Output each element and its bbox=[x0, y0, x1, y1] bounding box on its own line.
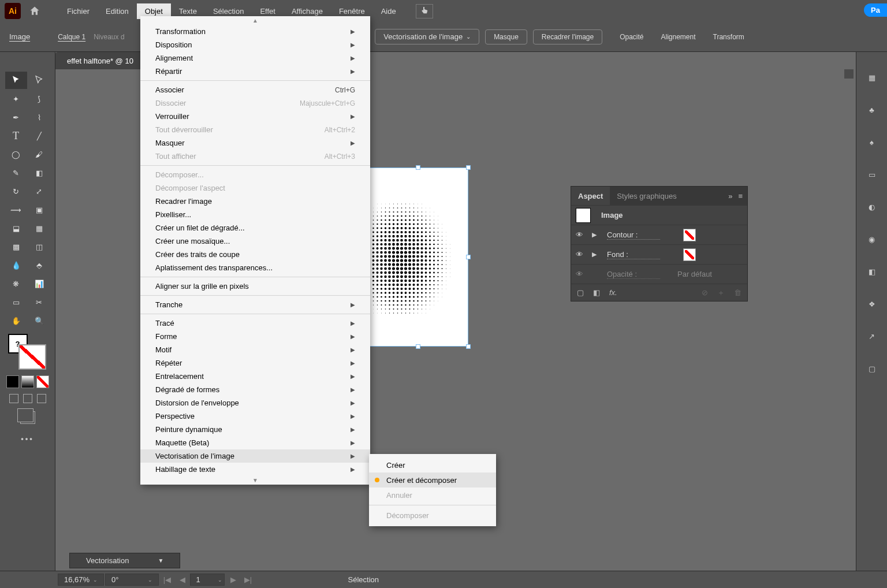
menu-item[interactable]: Entrelacement▶ bbox=[140, 370, 370, 383]
menu-item[interactable]: Tranche▶ bbox=[140, 298, 370, 311]
menu-item[interactable]: Verrouiller▶ bbox=[140, 110, 370, 123]
menu-item[interactable]: Perspective▶ bbox=[140, 410, 370, 423]
zoom-tool[interactable]: 🔍 bbox=[28, 312, 50, 329]
ellipse-tool[interactable]: ◯ bbox=[5, 146, 27, 163]
align-label[interactable]: Alignement bbox=[661, 33, 696, 41]
free-transform-tool[interactable]: ▣ bbox=[28, 201, 50, 218]
scroll-down-icon[interactable]: ▼ bbox=[140, 476, 370, 485]
menu-item[interactable]: Dégradé de formes▶ bbox=[140, 383, 370, 396]
graphic-styles-icon[interactable]: ◧ bbox=[865, 265, 879, 278]
nav-first-icon[interactable]: |◀ bbox=[161, 575, 174, 584]
menu-item[interactable]: Distorsion de l'enveloppe▶ bbox=[140, 396, 370, 410]
fill-stroke-swatch[interactable]: ? bbox=[6, 334, 50, 373]
vectorize-dropdown[interactable]: Vectorisation de l'image ⌄ bbox=[375, 29, 479, 44]
none-swatch[interactable] bbox=[36, 375, 49, 388]
menu-item[interactable]: Transformation▶ bbox=[140, 25, 370, 38]
visibility-icon[interactable]: 👁 bbox=[576, 230, 586, 239]
stroke-swatch[interactable] bbox=[18, 344, 46, 370]
menu-item[interactable]: Alignement▶ bbox=[140, 51, 370, 65]
symbol-sprayer-tool[interactable]: ❋ bbox=[5, 275, 27, 292]
scroll-up-icon[interactable] bbox=[844, 69, 854, 79]
menu-item[interactable]: AssocierCtrl+G bbox=[140, 83, 370, 96]
artboard-tool[interactable]: ▭ bbox=[5, 293, 27, 311]
swatches-icon[interactable]: ♠ bbox=[865, 135, 879, 149]
slice-tool[interactable]: ✂ bbox=[28, 293, 50, 311]
perspective-tool[interactable]: ▦ bbox=[28, 219, 50, 237]
menu-item[interactable]: Pixelliser... bbox=[140, 208, 370, 221]
menu-item[interactable]: Vectorisation de l'image▶ bbox=[140, 449, 370, 463]
home-icon[interactable] bbox=[27, 3, 43, 19]
opacity-label[interactable]: Opacité : bbox=[607, 270, 660, 279]
menu-item[interactable]: Disposition▶ bbox=[140, 38, 370, 51]
menu-fichier[interactable]: Fichier bbox=[59, 3, 98, 19]
menu-item[interactable]: Aligner sur la grille en pixels bbox=[140, 280, 370, 293]
screen-mode-icon[interactable] bbox=[20, 411, 35, 424]
submenu-item[interactable]: Créer bbox=[369, 457, 496, 472]
menu-item[interactable]: Motif▶ bbox=[140, 343, 370, 356]
nav-prev-icon[interactable]: ◀ bbox=[176, 575, 189, 584]
pen-tool[interactable]: ✒ bbox=[5, 109, 27, 126]
panel-menu-icon[interactable]: ≡ bbox=[738, 192, 743, 200]
submenu-item[interactable]: Créer et décomposer bbox=[369, 472, 496, 487]
edit-toolbar-icon[interactable]: ••• bbox=[21, 434, 34, 443]
eraser-tool[interactable]: ◧ bbox=[28, 164, 50, 181]
shape-builder-tool[interactable]: ⬓ bbox=[5, 219, 27, 237]
asset-export-icon[interactable]: ↗ bbox=[865, 329, 879, 343]
menu-item[interactable]: Répéter▶ bbox=[140, 356, 370, 370]
appearance-icon[interactable]: ◉ bbox=[865, 232, 879, 246]
eyedropper-tool[interactable]: 💧 bbox=[5, 256, 27, 274]
zoom-field[interactable]: 16,67%⌄ bbox=[58, 574, 104, 586]
stroke-swatch[interactable] bbox=[683, 229, 696, 241]
hand-tool[interactable]: ✋ bbox=[5, 312, 27, 329]
vectorize-bottom-button[interactable]: Vectorisation ▼ bbox=[69, 553, 180, 568]
menu-item[interactable]: Habillage de texte▶ bbox=[140, 463, 370, 476]
artboards-icon[interactable]: ▢ bbox=[865, 362, 879, 375]
color-swatch[interactable] bbox=[6, 375, 19, 388]
ai-logo-icon[interactable]: Ai bbox=[5, 3, 21, 19]
gradient-panel-icon[interactable]: ▭ bbox=[865, 168, 879, 181]
menu-item[interactable]: Tracé▶ bbox=[140, 317, 370, 330]
curvature-tool[interactable]: ⌇ bbox=[28, 109, 50, 126]
draw-normal-icon[interactable] bbox=[9, 394, 18, 403]
graph-tool[interactable]: 📊 bbox=[28, 275, 50, 292]
graphic-styles-tab[interactable]: Styles graphiques bbox=[610, 187, 683, 205]
scale-tool[interactable]: ⤢ bbox=[28, 183, 50, 200]
menu-item[interactable]: Peinture dynamique▶ bbox=[140, 423, 370, 436]
fx-icon[interactable]: fx. bbox=[609, 288, 617, 297]
layers-icon[interactable]: ❖ bbox=[865, 297, 879, 311]
chevron-right-icon[interactable]: ▶ bbox=[592, 251, 600, 258]
aspect-tab[interactable]: Aspect bbox=[571, 187, 610, 205]
menu-item[interactable]: Masquer▶ bbox=[140, 136, 370, 150]
menu-item[interactable]: Créer un filet de dégradé... bbox=[140, 221, 370, 235]
menu-item[interactable]: Créer une mosaïque... bbox=[140, 235, 370, 248]
blend-tool[interactable]: ⬘ bbox=[28, 256, 50, 274]
line-tool[interactable]: ╱ bbox=[28, 127, 50, 144]
magic-wand-tool[interactable]: ✦ bbox=[5, 90, 27, 107]
rotate-field[interactable]: 0°⌄ bbox=[105, 574, 158, 586]
draw-behind-icon[interactable] bbox=[23, 394, 32, 403]
transform-label[interactable]: Transform bbox=[713, 33, 744, 41]
menu-item[interactable]: Recadrer l'image bbox=[140, 195, 370, 208]
stroke-label[interactable]: Contour : bbox=[607, 230, 660, 240]
chevron-right-icon[interactable]: ▶ bbox=[592, 231, 600, 239]
menu-edition[interactable]: Edition bbox=[98, 3, 137, 19]
menu-item[interactable]: Aplatissement des transparences... bbox=[140, 261, 370, 274]
opacity-label[interactable]: Opacité bbox=[620, 33, 643, 41]
rotate-tool[interactable]: ↻ bbox=[5, 183, 27, 200]
draw-inside-icon[interactable] bbox=[37, 394, 46, 403]
scroll-up-icon[interactable]: ▲ bbox=[140, 16, 370, 25]
width-tool[interactable]: ⟿ bbox=[5, 201, 27, 218]
shaper-tool[interactable]: ✎ bbox=[5, 164, 27, 181]
direct-selection-tool[interactable] bbox=[28, 72, 50, 89]
gradient-swatch[interactable] bbox=[21, 375, 34, 388]
knock-icon[interactable]: ◧ bbox=[593, 288, 600, 297]
menu-item[interactable]: Maquette (Beta)▶ bbox=[140, 436, 370, 449]
gradient-tool[interactable]: ◫ bbox=[28, 238, 50, 255]
visibility-icon[interactable]: 👁 bbox=[576, 250, 586, 259]
artboard-nav-field[interactable]: 1⌄ bbox=[190, 574, 225, 586]
crop-button[interactable]: Recadrer l'image bbox=[533, 29, 602, 44]
layer-link[interactable]: Calque 1 bbox=[58, 33, 85, 41]
share-button[interactable]: Pa bbox=[864, 3, 887, 17]
menu-item[interactable]: Créer des traits de coupe bbox=[140, 248, 370, 261]
mask-button[interactable]: Masque bbox=[485, 29, 527, 44]
